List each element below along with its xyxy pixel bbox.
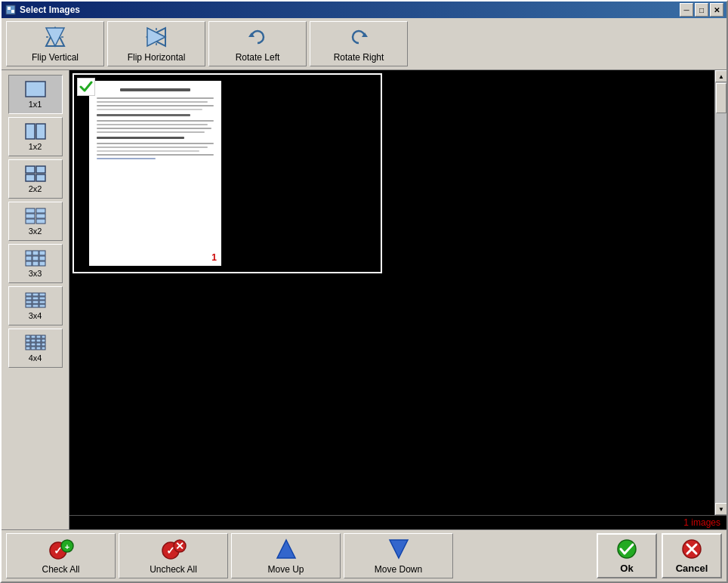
svg-rect-16 (26, 174, 35, 181)
grid-icon-3x2 (24, 208, 47, 224)
svg-rect-11 (26, 82, 45, 97)
grid-icon-3x3 (24, 250, 47, 267)
move-down-button[interactable]: Move Down (344, 533, 453, 578)
rotate-right-icon (347, 25, 371, 49)
sidebar-item-3x4[interactable]: 3x4 (8, 286, 63, 325)
svg-rect-43 (32, 304, 39, 307)
cancel-icon (681, 538, 702, 560)
rotate-left-label: Rotate Left (236, 52, 280, 63)
svg-rect-51 (36, 339, 41, 342)
move-up-button[interactable]: Move Up (231, 533, 341, 578)
flip-vertical-button[interactable]: Flip Vertical (6, 21, 104, 66)
grid-icon-4x4 (24, 335, 47, 351)
uncheck-all-icon: ✓ ✕ (160, 537, 187, 561)
svg-text:✕: ✕ (175, 540, 184, 552)
image-slot-1[interactable]: 1 (72, 73, 382, 273)
sidebar-item-2x2[interactable]: 2x2 (8, 159, 63, 199)
minimize-button[interactable]: ─ (680, 3, 693, 17)
svg-rect-26 (39, 251, 45, 255)
svg-rect-32 (39, 261, 45, 266)
svg-rect-21 (36, 214, 45, 218)
sidebar: 1x1 1x2 (2, 70, 69, 529)
svg-rect-14 (26, 166, 35, 173)
svg-rect-54 (31, 343, 35, 346)
flip-horizontal-label: Flip Horizontal (128, 52, 186, 63)
grid-icon-3x4 (24, 292, 47, 309)
svg-rect-38 (39, 297, 45, 300)
svg-rect-60 (42, 347, 45, 350)
svg-text:+: + (64, 542, 69, 551)
scroll-down-button[interactable]: ▼ (715, 503, 726, 515)
svg-rect-15 (36, 166, 45, 173)
check-all-label: Check All (42, 564, 79, 575)
flip-vertical-icon (43, 25, 67, 49)
check-all-icon: ✓ + (48, 537, 75, 561)
sidebar-label-1x2: 1x2 (29, 142, 42, 151)
svg-rect-41 (39, 301, 45, 304)
scroll-thumb[interactable] (716, 83, 726, 113)
svg-rect-55 (36, 343, 41, 346)
svg-rect-46 (31, 335, 35, 338)
close-button[interactable]: ✕ (710, 3, 723, 17)
main-area: 1x1 1x2 (2, 70, 726, 529)
grid-icon-2x2 (24, 165, 47, 182)
svg-rect-18 (26, 208, 35, 213)
svg-rect-35 (39, 293, 45, 296)
svg-rect-17 (36, 174, 45, 181)
page-number-1: 1 (211, 252, 217, 263)
window-icon (5, 4, 17, 16)
sidebar-item-3x3[interactable]: 3x3 (8, 244, 63, 283)
move-up-label: Move Up (267, 564, 304, 575)
svg-rect-29 (39, 256, 45, 261)
sidebar-item-3x2[interactable]: 3x2 (8, 202, 63, 241)
svg-rect-12 (26, 124, 35, 139)
sidebar-label-1x1: 1x1 (29, 100, 42, 109)
svg-rect-50 (31, 339, 35, 342)
sidebar-label-2x2: 2x2 (29, 184, 42, 193)
cancel-button[interactable]: Cancel (662, 533, 722, 578)
flip-horizontal-button[interactable]: Flip Horizontal (107, 21, 205, 66)
svg-rect-47 (36, 335, 41, 338)
ok-button[interactable]: Ok (597, 533, 657, 578)
check-all-button[interactable]: ✓ + Check All (6, 533, 116, 578)
check-mark-1 (77, 78, 95, 96)
svg-rect-20 (26, 214, 35, 218)
svg-rect-34 (32, 293, 39, 296)
svg-rect-57 (26, 347, 30, 350)
rotate-right-label: Rotate Right (334, 52, 384, 63)
title-bar-buttons: ─ □ ✕ (680, 3, 723, 17)
svg-rect-40 (32, 301, 39, 304)
uncheck-all-button[interactable]: ✓ ✕ Uncheck All (119, 533, 228, 578)
ok-label: Ok (620, 563, 633, 574)
svg-rect-36 (26, 297, 32, 300)
svg-rect-1 (8, 7, 11, 10)
rotate-left-button[interactable]: Rotate Left (208, 21, 307, 66)
move-up-icon (273, 537, 300, 561)
svg-rect-30 (26, 261, 32, 266)
svg-rect-2 (11, 10, 14, 13)
sidebar-label-4x4: 4x4 (29, 353, 42, 362)
svg-rect-59 (36, 347, 41, 350)
bottom-toolbar: ✓ + Check All ✓ ✕ Uncheck Al (2, 529, 726, 581)
svg-rect-44 (39, 304, 45, 307)
svg-rect-37 (32, 297, 39, 300)
sidebar-label-3x2: 3x2 (29, 227, 42, 236)
flip-vertical-label: Flip Vertical (32, 52, 79, 63)
svg-rect-42 (26, 304, 32, 307)
svg-rect-52 (42, 339, 45, 342)
move-down-icon (385, 537, 412, 561)
sidebar-item-1x1[interactable]: 1x1 (8, 75, 63, 114)
maximize-button[interactable]: □ (695, 3, 708, 17)
window-title: Select Images (20, 5, 680, 15)
scroll-track[interactable] (715, 82, 726, 503)
sidebar-item-4x4[interactable]: 4x4 (8, 329, 63, 368)
content-scrollbar: ▲ ▼ (714, 70, 726, 515)
svg-marker-70 (390, 540, 408, 558)
sidebar-item-1x2[interactable]: 1x2 (8, 117, 63, 156)
rotate-left-icon (245, 25, 270, 49)
scroll-up-button[interactable]: ▲ (715, 70, 726, 82)
content-area: 1 ▲ ▼ (69, 70, 726, 515)
rotate-right-button[interactable]: Rotate Right (310, 21, 408, 66)
svg-rect-28 (32, 256, 39, 261)
uncheck-all-label: Uncheck All (150, 564, 197, 575)
